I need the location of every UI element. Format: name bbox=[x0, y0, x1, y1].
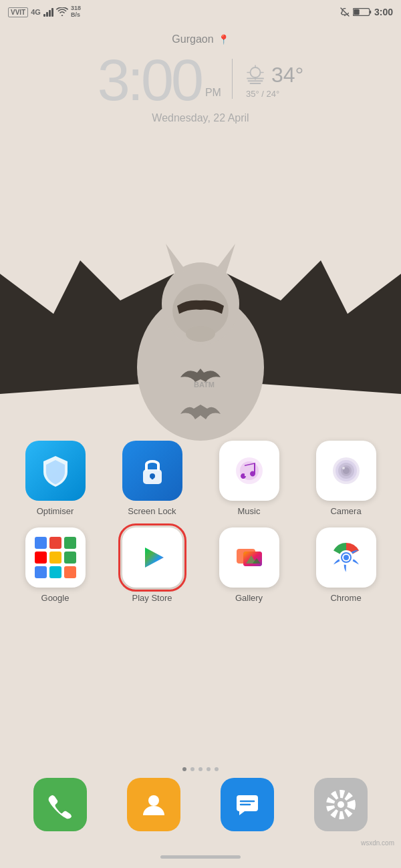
google-meet-dot bbox=[49, 566, 61, 578]
app-camera[interactable]: Camera bbox=[306, 441, 386, 516]
page-dot-1 bbox=[182, 767, 186, 771]
dock-settings[interactable] bbox=[307, 778, 374, 831]
google-icon-wrapper bbox=[25, 527, 86, 588]
page-dot-2 bbox=[190, 767, 194, 771]
screenlock-icon-wrapper bbox=[122, 441, 182, 501]
location-icon: 📍 bbox=[218, 34, 229, 45]
dock-contacts[interactable] bbox=[120, 778, 187, 831]
clock-weather-row: 3:00 PM 34° 35° / 24° bbox=[98, 51, 304, 110]
app-google[interactable]: Google bbox=[15, 527, 96, 603]
gallery-label: Gallery bbox=[235, 593, 263, 603]
network-speed: 318 B/s bbox=[71, 5, 81, 19]
camera-label: Camera bbox=[330, 506, 361, 516]
music-label: Music bbox=[238, 506, 261, 516]
phone-icon-wrapper bbox=[33, 778, 87, 831]
shield-icon bbox=[38, 453, 73, 488]
location-row: Gurgaon 📍 bbox=[172, 33, 229, 45]
google-g-dot bbox=[35, 537, 47, 549]
chrome-label: Chrome bbox=[330, 593, 361, 603]
google-m-dot bbox=[49, 537, 61, 549]
optimiser-icon-wrapper bbox=[25, 441, 86, 501]
settings-icon-wrapper bbox=[314, 778, 368, 831]
chrome-icon-wrapper bbox=[316, 527, 376, 588]
weather-range: 35° / 24° bbox=[243, 89, 279, 99]
dock-phone[interactable] bbox=[27, 778, 94, 831]
status-bar: VVIT 4G 318 B/s bbox=[0, 0, 401, 24]
weather-section: 34° 35° / 24° bbox=[243, 63, 303, 99]
playstore-label: Play Store bbox=[132, 593, 172, 603]
clock-section: 3:00 PM bbox=[98, 51, 221, 110]
music-icon-wrapper bbox=[219, 441, 279, 501]
svg-point-27 bbox=[342, 467, 345, 469]
app-row-1: Optimiser Screen Lock bbox=[7, 441, 394, 516]
app-row-2: Google bbox=[7, 527, 394, 603]
gallery-icon-wrapper bbox=[219, 527, 279, 588]
app-music[interactable]: Music bbox=[209, 441, 289, 516]
weather-haze-icon bbox=[243, 63, 267, 87]
app-screenlock[interactable]: Screen Lock bbox=[112, 441, 192, 516]
svg-point-50 bbox=[338, 801, 344, 808]
google-ph-dot bbox=[64, 552, 76, 564]
music-note-icon bbox=[231, 453, 267, 489]
page-dot-4 bbox=[207, 767, 211, 771]
optimiser-label: Optimiser bbox=[37, 506, 74, 516]
play-store-icon bbox=[134, 539, 170, 576]
svg-rect-17 bbox=[151, 476, 153, 479]
phone-icon bbox=[45, 790, 75, 819]
svg-point-43 bbox=[148, 795, 159, 806]
weather-temp: 34° bbox=[271, 63, 303, 87]
svg-rect-2 bbox=[354, 9, 360, 15]
dock bbox=[0, 778, 401, 831]
app-chrome[interactable]: Chrome bbox=[306, 527, 386, 603]
app-grid-row1: Optimiser Screen Lock bbox=[0, 441, 401, 523]
camera-icon bbox=[328, 453, 364, 489]
status-left: VVIT 4G 318 B/s bbox=[8, 5, 81, 19]
svg-point-13 bbox=[186, 326, 215, 342]
camera-icon-wrapper bbox=[316, 441, 376, 501]
clock-area: Gurgaon 📍 3:00 PM 34° 35° / 24° bbox=[0, 33, 401, 124]
google-label: Google bbox=[41, 593, 70, 603]
dock-messages[interactable] bbox=[214, 778, 281, 831]
screenlock-label: Screen Lock bbox=[128, 506, 176, 516]
google-grid bbox=[35, 537, 76, 578]
page-dot-3 bbox=[198, 767, 203, 771]
app-optimiser[interactable]: Optimiser bbox=[15, 441, 96, 516]
clock-time: 3:00 bbox=[98, 51, 201, 110]
svg-point-42 bbox=[344, 555, 349, 560]
lock-icon bbox=[135, 453, 170, 488]
app-gallery[interactable]: Gallery bbox=[209, 527, 289, 603]
google-play-dot bbox=[35, 566, 47, 578]
app-grid-row2: Google bbox=[0, 527, 401, 610]
google-maps-dot bbox=[64, 537, 76, 549]
batman-wallpaper: BATM bbox=[0, 207, 401, 461]
chrome-icon bbox=[328, 539, 364, 576]
signal-bars bbox=[43, 7, 53, 17]
svg-marker-47 bbox=[239, 811, 245, 815]
app-playstore[interactable]: Play Store bbox=[112, 527, 192, 603]
weather-icon-temp: 34° bbox=[243, 63, 303, 87]
carrier-label: VVIT bbox=[8, 7, 28, 17]
page-dots bbox=[0, 767, 401, 771]
contacts-icon bbox=[139, 790, 168, 819]
google-yt-dot bbox=[35, 552, 47, 564]
svg-rect-1 bbox=[370, 11, 371, 14]
svg-text:BATM: BATM bbox=[194, 381, 215, 389]
watermark: wsxdn.com bbox=[361, 839, 394, 847]
playstore-icon-wrapper bbox=[122, 527, 182, 588]
status-right: 3:00 bbox=[340, 7, 393, 17]
home-indicator[interactable] bbox=[160, 855, 241, 859]
time-display: 3:00 bbox=[374, 7, 393, 17]
messages-icon bbox=[233, 790, 262, 819]
settings-gear-icon bbox=[326, 790, 356, 819]
signal-4g: 4G bbox=[31, 8, 41, 16]
gallery-icon bbox=[231, 539, 267, 576]
clock-ampm: PM bbox=[205, 87, 221, 99]
messages-icon-wrapper bbox=[221, 778, 274, 831]
date-text: Wednesday, 22 April bbox=[152, 112, 249, 124]
google-drive-dot bbox=[49, 552, 61, 564]
contacts-icon-wrapper bbox=[127, 778, 180, 831]
battery-icon bbox=[353, 7, 372, 17]
google-extra-dot bbox=[64, 566, 76, 578]
location-text: Gurgaon bbox=[172, 33, 213, 45]
svg-point-3 bbox=[250, 67, 260, 77]
